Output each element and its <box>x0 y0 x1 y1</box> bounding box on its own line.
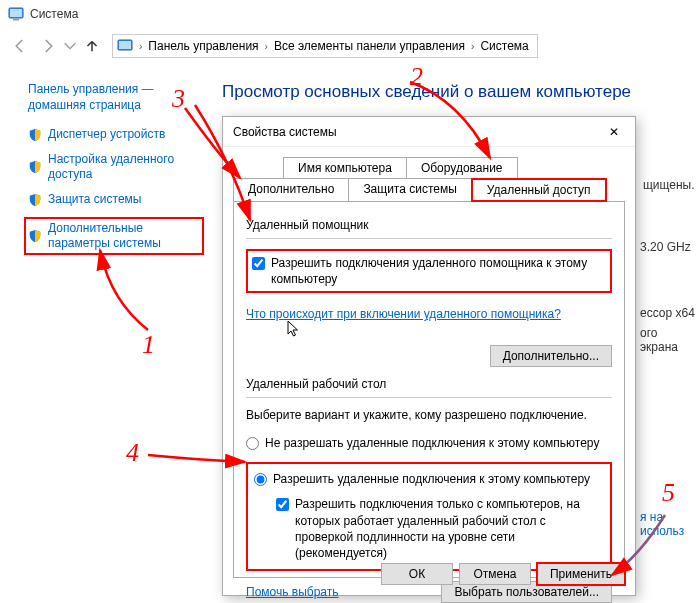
rdp-instruction: Выберите вариант и укажите, кому разреше… <box>246 408 612 422</box>
tab-protection[interactable]: Защита системы <box>348 178 471 201</box>
recent-dropdown[interactable] <box>62 32 78 60</box>
window-titlebar: Система <box>0 0 696 28</box>
breadcrumb-control-panel[interactable]: Панель управления <box>144 37 262 55</box>
remote-settings-label: Настройка удаленного доступа <box>48 152 200 182</box>
sidebar-item-system-protection[interactable]: Защита системы <box>28 192 200 207</box>
dialog-tabs: Имя компьютера Оборудование Дополнительн… <box>233 157 625 201</box>
rdp-allow-label: Разрешить удаленные подключения к этому … <box>273 472 590 486</box>
tab-remote[interactable]: Удаленный доступ <box>471 178 607 202</box>
annotation-number-2: 2 <box>410 62 423 92</box>
up-button[interactable] <box>78 32 106 60</box>
breadcrumb-system[interactable]: Система <box>476 37 532 55</box>
annotation-number-3: 3 <box>172 84 185 114</box>
page-heading: Просмотр основных сведений о вашем компь… <box>222 82 684 102</box>
allow-remote-assistance-checkbox[interactable] <box>252 257 265 270</box>
breadcrumb-all-items[interactable]: Все элементы панели управления <box>270 37 469 55</box>
allow-remote-assistance-label: Разрешить подключения удаленного помощни… <box>271 255 606 287</box>
nla-checkbox[interactable] <box>276 498 289 511</box>
system-path-icon <box>117 38 133 54</box>
back-button[interactable] <box>6 32 34 60</box>
sidebar-item-device-manager[interactable]: Диспетчер устройств <box>28 127 200 142</box>
cancel-button[interactable]: Отмена <box>459 563 531 585</box>
shield-icon <box>28 160 42 174</box>
svg-rect-4 <box>119 41 131 49</box>
svg-rect-1 <box>10 9 22 17</box>
shield-icon <box>28 128 42 142</box>
dialog-button-row: ОК Отмена Применить <box>381 563 625 585</box>
rdp-deny-label: Не разрешать удаленные подключения к это… <box>265 436 599 450</box>
annotation-number-5: 5 <box>662 478 675 508</box>
bg-link[interactable]: я на использ <box>640 510 696 538</box>
remote-assistance-header: Удаленный помощник <box>246 218 612 232</box>
tab-computer-name[interactable]: Имя компьютера <box>283 157 407 178</box>
bg-text: ессор x64 <box>640 306 695 320</box>
tab-advanced[interactable]: Дополнительно <box>233 178 349 201</box>
breadcrumb-bar[interactable]: › Панель управления › Все элементы панел… <box>112 34 538 58</box>
shield-icon <box>28 229 42 243</box>
rdp-allow-group: Разрешить удаленные подключения к этому … <box>246 462 612 571</box>
remote-desktop-header: Удаленный рабочий стол <box>246 377 612 391</box>
help-choose-link[interactable]: Помочь выбрать <box>246 585 339 599</box>
ok-button[interactable]: ОК <box>381 563 453 585</box>
allow-remote-assistance-row: Разрешить подключения удаленного помощни… <box>246 249 612 293</box>
tab-hardware[interactable]: Оборудование <box>406 157 518 178</box>
annotation-number-4: 4 <box>126 438 139 468</box>
explorer-navbar: › Панель управления › Все элементы панел… <box>0 28 696 64</box>
chevron-right-icon[interactable]: › <box>469 41 476 52</box>
bg-text: ого экрана <box>640 326 696 354</box>
bg-text: щищены. <box>643 178 695 192</box>
bg-text: 3.20 GHz <box>640 240 691 254</box>
rdp-allow-radio[interactable] <box>254 473 267 486</box>
cursor-icon <box>287 320 301 338</box>
sidebar-item-advanced-settings[interactable]: Дополнительные параметры системы <box>24 217 204 255</box>
nla-label: Разрешить подключения только с компьютер… <box>295 496 604 561</box>
remote-panel: Удаленный помощник Разрешить подключения… <box>233 201 625 578</box>
dialog-title: Свойства системы <box>233 125 337 139</box>
chevron-right-icon[interactable]: › <box>137 41 144 52</box>
sidebar-item-remote-settings[interactable]: Настройка удаленного доступа <box>28 152 200 182</box>
rdp-deny-row: Не разрешать удаленные подключения к это… <box>246 436 612 450</box>
shield-icon <box>28 193 42 207</box>
dialog-titlebar: Свойства системы ✕ <box>223 117 635 147</box>
system-icon <box>8 6 24 22</box>
rdp-deny-radio[interactable] <box>246 437 259 450</box>
window-title: Система <box>30 7 78 21</box>
close-button[interactable]: ✕ <box>603 123 625 141</box>
svg-rect-2 <box>13 19 19 21</box>
system-properties-dialog: Свойства системы ✕ Имя компьютера Оборуд… <box>222 116 636 596</box>
chevron-right-icon[interactable]: › <box>263 41 270 52</box>
assistance-advanced-button[interactable]: Дополнительно... <box>490 345 612 367</box>
annotation-number-1: 1 <box>142 330 155 360</box>
system-protection-label: Защита системы <box>48 192 141 207</box>
forward-button[interactable] <box>34 32 62 60</box>
device-manager-label: Диспетчер устройств <box>48 127 165 142</box>
advanced-settings-label: Дополнительные параметры системы <box>48 221 200 251</box>
apply-button[interactable]: Применить <box>537 563 625 585</box>
